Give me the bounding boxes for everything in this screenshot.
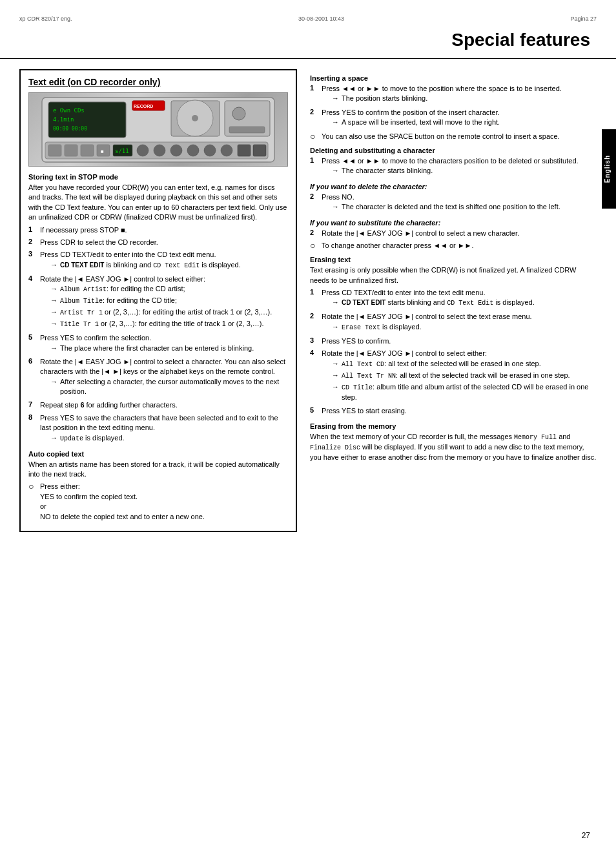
delete-step-1-arrow: → The character starts blinking. <box>332 166 597 176</box>
auto-copied-heading: Auto copied text <box>28 450 288 458</box>
step-7: 7 Repeat step 6 for adding further chara… <box>28 400 288 410</box>
delete-subheading: If you want to delete the character: <box>310 183 597 190</box>
svg-text:RECORD: RECORD <box>134 104 153 108</box>
substitute-circle-bullet: ○ <box>310 241 318 251</box>
delete-step-2-num: 2 <box>310 192 318 214</box>
svg-rect-12 <box>229 127 265 133</box>
step-1-num: 1 <box>28 225 36 235</box>
erasing-heading: Erasing text <box>310 256 597 263</box>
insert-circle-bullet: ○ <box>310 132 318 141</box>
svg-text:00:00  00:00: 00:00 00:00 <box>53 126 87 132</box>
insert-step-2-content: Press YES to confirm the position of the… <box>322 108 597 129</box>
step-8-content: Press YES to save the characters that ha… <box>40 413 288 445</box>
date-info: 30-08-2001 10:43 <box>298 15 344 22</box>
memory-heading: Erasing from the memory <box>310 422 597 430</box>
svg-rect-26 <box>221 145 232 156</box>
erase-step-1-arrow: → CD TEXT EDIT starts blinking and CD Te… <box>332 298 597 308</box>
deleting-heading: Deleting and substituting a character <box>310 147 597 154</box>
insert-step-1-content: Press ◄◄ or ►► to move to the position w… <box>322 84 597 105</box>
substitute-circle: ○ To change another character press ◄◄ o… <box>310 241 597 251</box>
svg-rect-22 <box>154 145 165 156</box>
inserting-heading: Inserting a space <box>310 74 597 82</box>
text-edit-section: Text edit (on CD recorder only) e Own CD… <box>19 69 297 532</box>
step-3-arrow-text: CD TEXT EDIT is blinking and CD Text Edi… <box>60 260 241 271</box>
step-3-arrow: → CD TEXT EDIT is blinking and CD Text E… <box>50 260 288 271</box>
svg-text:s/11: s/11 <box>115 148 129 154</box>
svg-point-9 <box>192 115 198 121</box>
substitute-circle-text: To change another character press ◄◄ or … <box>322 241 474 251</box>
step-5-arrow: → The place where the first character ca… <box>50 344 288 353</box>
erase-step-4-content: Rotate the |◄ EASY JOG ►| control to sel… <box>322 349 597 404</box>
svg-rect-21 <box>137 145 149 156</box>
step-3-content: Press CD TEXT/edit to enter into the CD … <box>40 250 288 271</box>
circle-content: Press either: YES to confirm the copied … <box>40 482 205 522</box>
erase-step-4-num: 4 <box>310 349 318 404</box>
content-area: Text edit (on CD recorder only) e Own CD… <box>0 69 616 539</box>
step-7-content: Repeat step 6 for adding further charact… <box>40 400 288 410</box>
step-6-num: 6 <box>28 357 36 398</box>
step-2: 2 Press CDR to select the CD recorder. <box>28 238 288 247</box>
step-8-arrow: → Update is displayed. <box>50 433 288 444</box>
memory-text: When the text memory of your CD recorder… <box>310 432 597 462</box>
svg-text:4.1min: 4.1min <box>53 116 74 123</box>
substitute-step-2-content: Rotate the |◄ EASY JOG ►| control to sel… <box>322 229 597 238</box>
svg-rect-28 <box>253 145 266 156</box>
step-8: 8 Press YES to save the characters that … <box>28 413 288 445</box>
step-5: 5 Press YES to confirm the selection. → … <box>28 333 288 355</box>
insert-step-1-arrow: → The position starts blinking. <box>332 94 597 103</box>
step-4-content: Rotate the |◄ EASY JOG ►| control to sel… <box>40 274 288 331</box>
erase-step-2-arrow: → Erase Text is displayed. <box>332 322 597 333</box>
step-7-num: 7 <box>28 400 36 410</box>
step-5-content: Press YES to confirm the selection. → Th… <box>40 333 288 355</box>
delete-step-1-content: Press ◄◄ or ►► to move to the characters… <box>322 156 597 178</box>
erasing-text: Text erasing is only possible when the C… <box>310 265 597 285</box>
substitute-step-2: 2 Rotate the |◄ EASY JOG ►| control to s… <box>310 229 597 238</box>
svg-rect-24 <box>187 145 199 156</box>
svg-rect-14 <box>48 145 61 156</box>
erase-step-1: 1 Press CD TEXT/edit to enter into the t… <box>310 288 597 309</box>
insert-circle: ○ You can also use the SPACE button on t… <box>310 132 597 141</box>
step-4-arrow-3: → Artist Tr 1 or (2, 3,…): for editing t… <box>50 307 288 318</box>
erase-step-1-content: Press CD TEXT/edit to enter into the tex… <box>322 288 597 309</box>
delete-step-2: 2 Press NO. → The character is deleted a… <box>310 192 597 214</box>
insert-circle-text: You can also use the SPACE button on the… <box>322 132 560 141</box>
erase-step-3-content: Press YES to confirm. <box>322 336 597 346</box>
erase-step-2-num: 2 <box>310 312 318 333</box>
erase-step-2-content: Rotate the |◄ EASY JOG ►| control to sel… <box>322 312 597 333</box>
insert-step-2-arrow: → A space will be inserted, text will mo… <box>332 118 597 127</box>
insert-step-1: 1 Press ◄◄ or ►► to move to the position… <box>310 84 597 105</box>
step-2-num: 2 <box>28 238 36 247</box>
auto-copied-text: When an artists name has been stored for… <box>28 460 288 480</box>
storing-text: After you have recorded your CDR(W) you … <box>28 183 288 223</box>
erase-step-2: 2 Rotate the |◄ EASY JOG ►| control to s… <box>310 312 597 333</box>
step-4-num: 4 <box>28 274 36 331</box>
insert-step-2-num: 2 <box>310 108 318 129</box>
step-6: 6 Rotate the |◄ EASY JOG ►| control to s… <box>28 357 288 398</box>
svg-text:e Own CDs: e Own CDs <box>53 107 85 114</box>
section-title: Text edit (on CD recorder only) <box>28 77 288 87</box>
circle-bullet-icon: ○ <box>28 482 36 522</box>
erase-step-5: 5 Press YES to start erasing. <box>310 406 597 416</box>
step-1: 1 If necessary press STOP ■. <box>28 225 288 235</box>
svg-rect-27 <box>238 145 251 156</box>
svg-rect-25 <box>204 145 216 156</box>
svg-rect-16 <box>81 145 94 156</box>
erase-step-3-num: 3 <box>310 336 318 346</box>
delete-step-2-content: Press NO. → The character is deleted and… <box>322 192 597 214</box>
meta-line: xp CDR 820/17 eng. 30-08-2001 10:43 Pagi… <box>0 13 616 25</box>
step-4: 4 Rotate the |◄ EASY JOG ►| control to s… <box>28 274 288 331</box>
step-2-content: Press CDR to select the CD recorder. <box>40 238 288 247</box>
delete-step-2-arrow: → The character is deleted and the text … <box>332 202 597 212</box>
page-title: Special features <box>0 25 616 59</box>
svg-text:■: ■ <box>101 149 104 154</box>
erase-step-4: 4 Rotate the |◄ EASY JOG ►| control to s… <box>310 349 597 404</box>
page-number: 27 <box>582 831 590 840</box>
substitute-subheading: If you want to substitute the character: <box>310 219 597 227</box>
erase-step-5-content: Press YES to start erasing. <box>322 406 597 416</box>
erase-step-3: 3 Press YES to confirm. <box>310 336 597 346</box>
cd-device-svg: e Own CDs 4.1min 00:00 00:00 RECORD <box>39 94 278 165</box>
page-meta-info: Pagina 27 <box>570 15 597 22</box>
step-4-arrow-4: → Title Tr 1 or (2, 3,…): for editing th… <box>50 319 288 329</box>
step-3: 3 Press CD TEXT/edit to enter into the C… <box>28 250 288 271</box>
page: xp CDR 820/17 eng. 30-08-2001 10:43 Pagi… <box>0 0 616 853</box>
